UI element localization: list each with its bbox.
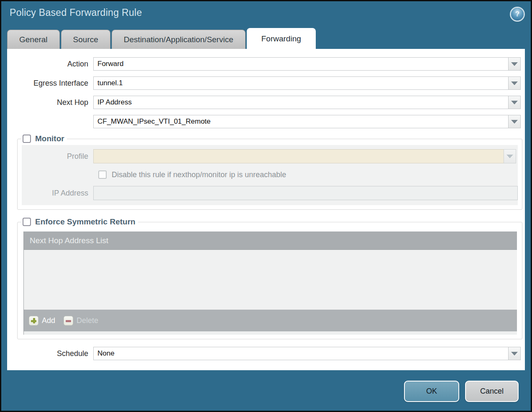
help-icon[interactable]: ? [511, 8, 524, 20]
monitor-ip-address-input [93, 186, 518, 200]
next-hop-address-list-footer: Add Delete [24, 310, 517, 331]
add-button[interactable]: Add [29, 316, 55, 326]
monitor-profile-label: Profile [22, 152, 93, 161]
monitor-group: Monitor Profile Disable this rule if nex… [17, 134, 522, 210]
chevron-down-icon [511, 352, 518, 356]
monitor-checkbox[interactable] [23, 135, 31, 143]
enforce-symmetric-return-label: Enforce Symmetric Return [35, 217, 136, 226]
enforce-symmetric-return-checkbox[interactable] [23, 218, 31, 226]
action-row: Action Forward [7, 57, 521, 71]
table-scroll-strip [24, 331, 517, 335]
monitor-group-label: Monitor [35, 134, 64, 143]
monitor-ip-address-row: IP Address [22, 186, 518, 200]
egress-interface-row: Egress Interface tunnel.1 [7, 76, 521, 90]
tab-general[interactable]: General [7, 30, 60, 49]
monitor-panel: Profile Disable this rule if nexthop/mon… [22, 145, 518, 205]
enforce-symmetric-return-group: Enforce Symmetric Return Next Hop Addres… [17, 217, 522, 339]
monitor-profile-select [93, 149, 504, 163]
dialog-titlebar: Policy Based Forwarding Rule ? [1, 1, 531, 28]
schedule-label: Schedule [7, 349, 93, 358]
egress-interface-select[interactable]: tunnel.1 [93, 76, 509, 90]
chevron-down-icon [506, 155, 513, 158]
schedule-select[interactable]: None [93, 347, 509, 360]
chevron-down-icon [511, 101, 518, 104]
dialog-actions: OK Cancel [404, 381, 519, 402]
tab-forwarding[interactable]: Forwarding [247, 28, 316, 49]
tab-destination-application-service[interactable]: Destination/Application/Service [112, 30, 246, 49]
disable-rule-label: Disable this rule if nexthop/monitor ip … [112, 170, 286, 179]
schedule-row: Schedule None [7, 347, 521, 360]
tab-source[interactable]: Source [61, 30, 110, 49]
next-hop-row: Next Hop IP Address [7, 96, 521, 109]
chevron-down-icon [511, 81, 518, 85]
delete-button-label: Delete [77, 316, 98, 325]
tab-bar: General Source Destination/Application/S… [1, 28, 531, 49]
next-hop-address-list-table: Next Hop Address List Add Delete [23, 231, 517, 335]
minus-icon [64, 316, 73, 326]
monitor-ip-address-label: IP Address [22, 189, 93, 198]
egress-interface-label: Egress Interface [7, 79, 93, 88]
chevron-down-icon [511, 120, 518, 124]
next-hop-label: Next Hop [7, 98, 93, 107]
ok-button[interactable]: OK [404, 381, 459, 402]
plus-icon [29, 316, 38, 326]
next-hop-address-dropdown-button[interactable] [508, 115, 521, 128]
delete-button: Delete [64, 316, 98, 326]
monitor-profile-dropdown-button [504, 149, 516, 163]
next-hop-address-list-body[interactable] [24, 250, 517, 310]
action-select[interactable]: Forward [93, 57, 509, 71]
next-hop-address-row: CF_MWAN_IPsec_VTI_01_Remote [7, 115, 521, 128]
disable-rule-checkbox [98, 170, 107, 179]
cancel-button[interactable]: Cancel [465, 381, 519, 402]
pbf-rule-dialog: Policy Based Forwarding Rule ? General S… [0, 0, 532, 412]
action-label: Action [7, 60, 93, 69]
chevron-down-icon [511, 62, 518, 66]
action-dropdown-button[interactable] [508, 57, 521, 71]
next-hop-address-list-header: Next Hop Address List [24, 231, 517, 250]
schedule-dropdown-button[interactable] [508, 347, 521, 360]
egress-interface-dropdown-button[interactable] [508, 76, 521, 90]
add-button-label: Add [42, 316, 55, 325]
monitor-profile-row: Profile [22, 149, 518, 163]
next-hop-dropdown-button[interactable] [508, 96, 521, 109]
disable-rule-row: Disable this rule if nexthop/monitor ip … [22, 168, 518, 181]
next-hop-select[interactable]: IP Address [93, 96, 509, 109]
forwarding-tab-panel: Action Forward Egress Interface tunnel.1… [7, 49, 525, 370]
next-hop-address-select[interactable]: CF_MWAN_IPsec_VTI_01_Remote [93, 115, 509, 128]
dialog-title: Policy Based Forwarding Rule [10, 7, 142, 18]
